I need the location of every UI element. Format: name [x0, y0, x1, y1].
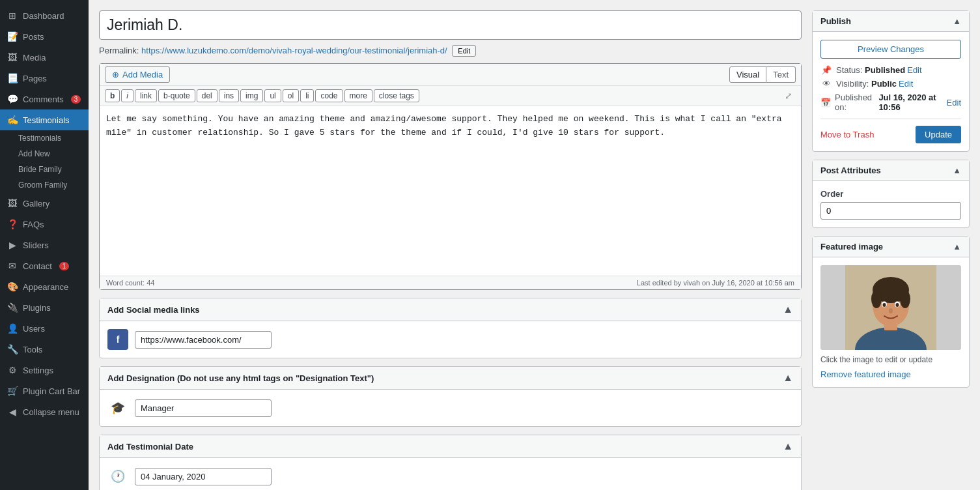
sidebar-sub-testimonials[interactable]: Testimonials — [0, 130, 89, 146]
expand-editor-button[interactable]: ⤢ — [781, 89, 796, 102]
sub-label: Groom Family — [18, 180, 67, 190]
visibility-edit-link[interactable]: Edit — [899, 79, 913, 89]
toolbar-close-tags[interactable]: close tags — [374, 89, 419, 102]
post-title-input[interactable] — [99, 10, 802, 40]
status-edit-link[interactable]: Edit — [907, 65, 921, 75]
featured-image-header[interactable]: Featured image ▲ — [813, 237, 969, 257]
sidebar-item-contact[interactable]: ✉ Contact 1 — [0, 255, 89, 276]
svg-point-5 — [871, 290, 882, 308]
designation-input[interactable] — [135, 399, 272, 417]
last-edited: Last edited by vivah on July 16, 2020 at… — [637, 279, 794, 287]
toolbar-li[interactable]: li — [300, 89, 314, 102]
status-value: Published — [865, 65, 905, 75]
gallery-icon: 🖼 — [7, 198, 18, 209]
sidebar-item-pages[interactable]: 📃 Pages — [0, 68, 89, 89]
sidebar-item-testimonials[interactable]: ✍ Testimonials — [0, 109, 89, 130]
sidebar-item-tools[interactable]: 🔧 Tools — [0, 339, 89, 360]
social-links-toggle-icon: ▲ — [783, 304, 793, 315]
sidebar-item-appearance[interactable]: 🎨 Appearance — [0, 276, 89, 297]
main-content: Permalink: https://www.luzukdemo.com/dem… — [89, 0, 812, 490]
sidebar-item-label: FAQs — [23, 220, 44, 229]
right-sidebar: Publish ▲ Preview Changes 📌 Status: Publ… — [812, 0, 980, 490]
sidebar-sub-bride-family[interactable]: Bride Family — [0, 162, 89, 177]
post-attributes-toggle-icon: ▲ — [953, 166, 961, 175]
date-input[interactable] — [135, 468, 272, 485]
designation-toggle-icon: ▲ — [783, 372, 793, 384]
sidebar-item-collapse-menu[interactable]: ◀ Collapse menu — [0, 401, 89, 422]
post-attributes-header[interactable]: Post Attributes ▲ — [813, 160, 969, 181]
sidebar-item-gallery[interactable]: 🖼 Gallery — [0, 193, 89, 214]
update-button[interactable]: Update — [916, 126, 961, 143]
remove-featured-image-link[interactable]: Remove featured image — [820, 369, 911, 379]
calendar-icon: 📅 — [820, 98, 831, 108]
tab-text[interactable]: Text — [766, 66, 796, 83]
status-row: 📌 Status: Published Edit — [820, 65, 961, 75]
toolbar-link[interactable]: link — [135, 89, 157, 102]
sidebar-item-label: Appearance — [23, 282, 68, 292]
sidebar-item-faqs[interactable]: ❓ FAQs — [0, 214, 89, 235]
toolbar-bold[interactable]: b — [105, 89, 120, 102]
featured-image-thumbnail[interactable] — [820, 265, 961, 350]
sidebar-item-plugins[interactable]: 🔌 Plugins — [0, 297, 89, 318]
toolbar-more[interactable]: more — [344, 89, 372, 102]
social-links-box: Add Social media links ▲ f — [99, 298, 802, 358]
social-links-body: f — [100, 321, 801, 358]
sidebar-item-settings[interactable]: ⚙ Settings — [0, 360, 89, 381]
preview-changes-button[interactable]: Preview Changes — [820, 40, 961, 59]
facebook-input[interactable] — [135, 331, 272, 349]
sidebar-item-sliders[interactable]: ▶ Sliders — [0, 235, 89, 255]
sidebar-item-posts[interactable]: 📝 Posts — [0, 26, 89, 47]
order-input[interactable] — [820, 202, 961, 220]
svg-point-9 — [883, 303, 886, 307]
sub-label: Testimonials — [18, 134, 61, 143]
testimonial-date-header[interactable]: Add Testimonial Date ▲ — [100, 435, 801, 458]
sidebar-item-label: Plugin Cart Bar — [23, 386, 80, 396]
move-to-trash-link[interactable]: Move to Trash — [820, 130, 874, 139]
toolbar-bquote[interactable]: b-quote — [158, 89, 195, 102]
sidebar-item-label: Collapse menu — [23, 407, 79, 417]
permalink-edit-button[interactable]: Edit — [452, 45, 476, 57]
sidebar-item-users[interactable]: 👤 Users — [0, 318, 89, 339]
tab-visual[interactable]: Visual — [729, 66, 766, 83]
sidebar-sub-add-new[interactable]: Add New — [0, 146, 89, 162]
publish-panel-toggle-icon: ▲ — [953, 16, 961, 26]
visibility-row: 👁 Visibility: Public Edit — [820, 79, 961, 89]
testimonial-date-toggle-icon: ▲ — [783, 440, 793, 452]
sidebar-sub-groom-family[interactable]: Groom Family — [0, 177, 89, 193]
toolbar-italic[interactable]: i — [121, 89, 133, 102]
editor-top-bar: ⊕ Add Media Visual Text — [100, 64, 801, 86]
designation-header[interactable]: Add Designation (Do not use any html tag… — [100, 367, 801, 390]
published-on-edit-link[interactable]: Edit — [947, 98, 961, 108]
sidebar-item-label: Pages — [23, 74, 47, 83]
sidebar-item-dashboard[interactable]: ⊞ Dashboard — [0, 5, 89, 26]
users-icon: 👤 — [7, 323, 18, 334]
permalink-url[interactable]: https://www.luzukdemo.com/demo/vivah-roy… — [141, 46, 447, 55]
toolbar-del[interactable]: del — [197, 89, 217, 102]
toolbar-ul[interactable]: ul — [264, 89, 281, 102]
publish-panel-header[interactable]: Publish ▲ — [813, 11, 969, 32]
editor-content-area[interactable]: Let me say something. You have an amazin… — [100, 106, 801, 276]
toolbar-ol[interactable]: ol — [283, 89, 299, 102]
testimonial-date-body: 🕐 — [100, 458, 801, 490]
comments-badge: 3 — [71, 95, 81, 104]
visual-text-tabs: Visual Text — [729, 66, 796, 83]
sidebar-item-comments[interactable]: 💬 Comments 3 — [0, 89, 89, 109]
publish-panel-body: Preview Changes 📌 Status: Published Edit… — [813, 32, 969, 151]
featured-image-body: Click the image to edit or update Remove… — [813, 257, 969, 387]
add-media-button[interactable]: ⊕ Add Media — [105, 66, 170, 83]
sidebar-item-label: Comments — [23, 94, 64, 104]
media-icon: 🖼 — [7, 52, 18, 63]
sliders-icon: ▶ — [7, 240, 18, 250]
sidebar-item-label: Dashboard — [23, 11, 64, 21]
date-icon: 🕐 — [107, 466, 128, 487]
toolbar-img[interactable]: img — [240, 89, 263, 102]
sidebar-item-media[interactable]: 🖼 Media — [0, 47, 89, 68]
social-links-header[interactable]: Add Social media links ▲ — [100, 298, 801, 321]
toolbar-ins[interactable]: ins — [219, 89, 239, 102]
sidebar-item-label: Sliders — [23, 240, 49, 250]
settings-icon: ⚙ — [7, 365, 18, 375]
toolbar-code[interactable]: code — [315, 89, 343, 102]
featured-image-toggle-icon: ▲ — [953, 242, 961, 252]
sidebar-item-plugin-cart-bar[interactable]: 🛒 Plugin Cart Bar — [0, 381, 89, 401]
published-on-value: Jul 16, 2020 at 10:56 — [878, 93, 944, 112]
